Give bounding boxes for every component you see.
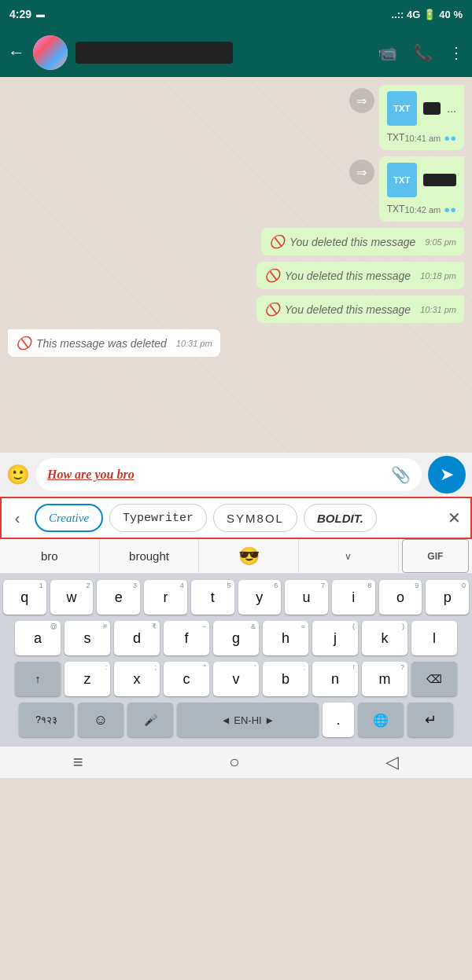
nav-menu-button[interactable]: ≡ bbox=[73, 752, 83, 773]
file-type-label: TXT bbox=[387, 132, 405, 143]
keyboard-row-3: ↑ :z ;x "c 'v :b !n ?m ⌫ bbox=[3, 662, 469, 696]
deleted-text: You deleted this message bbox=[285, 270, 411, 282]
key-i[interactable]: 8i bbox=[332, 580, 375, 615]
suggestion-brought[interactable]: brought bbox=[100, 539, 200, 573]
more-options-button[interactable]: ⋮ bbox=[448, 43, 464, 62]
key-hint: ) bbox=[402, 622, 404, 630]
chat-header: ← 📹 📞 ⋮ bbox=[0, 28, 472, 77]
file-name-redacted bbox=[423, 102, 441, 115]
key-hint: ! bbox=[352, 663, 355, 671]
input-area: 🙂 How are you bro 📎 ➤ bbox=[0, 453, 472, 497]
period-key[interactable]: . bbox=[323, 703, 354, 737]
key-e[interactable]: 3e bbox=[97, 580, 140, 615]
bottom-nav: ≡ ○ ◁ bbox=[0, 747, 472, 778]
file-icon: TXT bbox=[387, 91, 417, 126]
attach-button[interactable]: 📎 bbox=[391, 465, 411, 484]
deleted-message: 🚫 This message was deleted 10:31 pm bbox=[16, 336, 212, 351]
key-hint: : bbox=[303, 663, 305, 671]
microphone-key[interactable]: 🎤 bbox=[127, 703, 173, 737]
key-j[interactable]: (j bbox=[312, 621, 358, 655]
key-hint: & bbox=[251, 622, 256, 630]
message-time: 10:42 am bbox=[404, 205, 441, 215]
key-x[interactable]: ;x bbox=[114, 662, 160, 696]
back-button[interactable]: ← bbox=[8, 42, 25, 63]
key-w[interactable]: 2w bbox=[50, 580, 94, 615]
key-l[interactable]: l bbox=[411, 621, 457, 655]
font-selector-close-button[interactable]: ✕ bbox=[443, 508, 466, 527]
key-hint: ? bbox=[400, 663, 404, 671]
header-icons: 📹 📞 ⋮ bbox=[378, 43, 464, 62]
backspace-key[interactable]: ⌫ bbox=[411, 662, 457, 696]
file-bubble: TXT TXT 10:42 am ●● bbox=[379, 156, 464, 222]
key-y[interactable]: 6y bbox=[238, 580, 282, 615]
deleted-icon: 🚫 bbox=[264, 268, 280, 283]
key-u[interactable]: 7u bbox=[285, 580, 328, 615]
key-a[interactable]: @a bbox=[15, 621, 61, 655]
key-f[interactable]: −f bbox=[164, 621, 209, 655]
read-ticks: ●● bbox=[444, 204, 456, 215]
key-b[interactable]: :b bbox=[263, 662, 308, 696]
emoji-keyboard-key[interactable]: ☺ bbox=[78, 703, 124, 737]
font-chip-boldit[interactable]: BOLDIT. bbox=[304, 504, 377, 532]
deleted-bubble-received: 🚫 This message was deleted 10:31 pm bbox=[8, 329, 220, 357]
font-chip-creative[interactable]: Creative bbox=[35, 504, 103, 532]
key-h[interactable]: =h bbox=[263, 621, 308, 655]
key-hint: ; bbox=[154, 663, 157, 671]
avatar[interactable] bbox=[33, 35, 68, 70]
nav-back-button[interactable]: ◁ bbox=[385, 752, 399, 773]
font-chip-typewriter[interactable]: Typewriter bbox=[109, 504, 207, 532]
key-hint: 9 bbox=[415, 582, 419, 589]
key-t[interactable]: 5t bbox=[191, 580, 234, 615]
key-z[interactable]: :z bbox=[65, 662, 110, 696]
message-row: ⇒ TXT ... TXT 10:41 am ●● bbox=[8, 85, 464, 150]
read-ticks: ●● bbox=[444, 132, 456, 144]
suggestion-gif[interactable]: GIF bbox=[402, 539, 469, 573]
key-d[interactable]: ₹d bbox=[114, 621, 160, 655]
key-p[interactable]: 0p bbox=[426, 580, 469, 615]
key-n[interactable]: !n bbox=[312, 662, 358, 696]
suggestion-emoji-item: 😎 bbox=[238, 546, 260, 567]
globe-key[interactable]: 🌐 bbox=[358, 703, 404, 737]
voice-call-button[interactable]: 📞 bbox=[413, 43, 433, 62]
key-hint: : bbox=[105, 663, 107, 671]
send-icon: ➤ bbox=[440, 464, 454, 485]
enter-key[interactable]: ↵ bbox=[407, 703, 453, 737]
language-key[interactable]: ◄ EN-HI ► bbox=[177, 703, 319, 737]
symbols-key[interactable]: ?१२३ bbox=[19, 703, 74, 737]
key-g[interactable]: &g bbox=[213, 621, 259, 655]
nav-home-button[interactable]: ○ bbox=[229, 752, 239, 773]
message-input-box[interactable]: How are you bro 📎 bbox=[36, 458, 422, 491]
shift-key[interactable]: ↑ bbox=[15, 662, 61, 696]
status-left: 4:29 ▬ bbox=[9, 8, 45, 20]
key-c[interactable]: "c bbox=[164, 662, 209, 696]
key-r[interactable]: 4r bbox=[144, 580, 187, 615]
key-o[interactable]: 9o bbox=[379, 580, 422, 615]
file-type-label: TXT bbox=[387, 204, 405, 215]
suggestion-bro[interactable]: bro bbox=[0, 539, 100, 573]
message-row: ⇒ TXT TXT 10:42 am ●● bbox=[8, 156, 464, 222]
suggestion-emoji[interactable]: 😎 bbox=[199, 539, 299, 573]
forward-icon[interactable]: ⇒ bbox=[349, 160, 374, 185]
send-button[interactable]: ➤ bbox=[428, 456, 466, 494]
key-k[interactable]: )k bbox=[362, 621, 407, 655]
keyboard-special-row: ?१२३ ☺ 🎤 ◄ EN-HI ► . 🌐 ↵ bbox=[3, 703, 469, 737]
key-m[interactable]: ?m bbox=[362, 662, 407, 696]
emoji-button[interactable]: 🙂 bbox=[6, 464, 30, 486]
video-call-button[interactable]: 📹 bbox=[378, 43, 397, 62]
key-v[interactable]: 'v bbox=[213, 662, 259, 696]
key-s[interactable]: #s bbox=[65, 621, 110, 655]
key-hint: − bbox=[202, 622, 206, 630]
key-hint: 5 bbox=[227, 582, 230, 589]
scroll-left-button[interactable]: ‹ bbox=[6, 504, 28, 532]
message-row: 🚫 You deleted this message 10:31 pm bbox=[8, 295, 464, 323]
file-message: TXT bbox=[387, 163, 456, 197]
forward-icon[interactable]: ⇒ bbox=[349, 88, 374, 113]
time: 4:29 bbox=[9, 8, 31, 20]
file-type-icon-label: TXT bbox=[393, 104, 410, 113]
deleted-message: 🚫 You deleted this message 10:31 pm bbox=[264, 302, 456, 317]
suggestion-more[interactable]: ∨ bbox=[299, 539, 399, 573]
key-hint: 1 bbox=[39, 582, 43, 589]
key-q[interactable]: 1q bbox=[3, 580, 46, 615]
message-time: 10:31 pm bbox=[420, 305, 456, 314]
font-chip-symbol[interactable]: SYM8OL bbox=[213, 504, 297, 532]
